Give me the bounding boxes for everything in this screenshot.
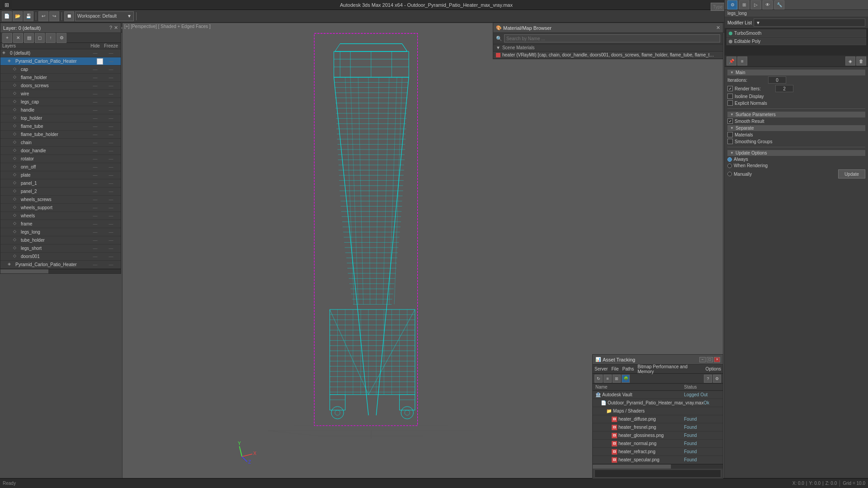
layer-item-flame-tube[interactable]: ◇ flame_tube — — <box>0 122 121 131</box>
isoline-checkbox[interactable] <box>727 94 733 99</box>
mb-search-input[interactable] <box>504 34 720 42</box>
layer-item-chain[interactable]: ◇ chain — — <box>0 139 121 147</box>
materials-checkbox[interactable] <box>727 132 733 137</box>
at-refresh-btn[interactable]: ↻ <box>594 375 603 383</box>
at-row-glossiness[interactable]: 🖼 heater_glossiness.png Found <box>593 432 723 440</box>
layer-item-rotator[interactable]: ◇ rotator — — <box>0 155 121 163</box>
layer-item-pyramid-main[interactable]: ◈ Pyramid_Carlon_Patio_Heater — <box>0 57 121 66</box>
make-unique-icon[interactable]: ◈ <box>845 56 855 66</box>
layer-item-tube-holder[interactable]: ◇ tube_holder — — <box>0 236 121 244</box>
layer-item-0-default[interactable]: ◈ 0 (default) — — <box>0 49 121 57</box>
layer-item-doors001[interactable]: ◇ doors001 — — <box>0 253 121 261</box>
layer-item-wire[interactable]: ◇ wire — — <box>0 90 121 98</box>
layer-add-obj-btn[interactable]: ▤ <box>24 33 34 43</box>
at-row-specular[interactable]: 🖼 heater_specular.png Found <box>593 456 723 464</box>
undo-btn[interactable]: ↩ <box>38 11 48 21</box>
layer-item-cap[interactable]: ◇ cap — — <box>0 66 121 74</box>
at-row-refract[interactable]: 🖼 heater_refract.png Found <box>593 448 723 456</box>
smooth-result-checkbox[interactable] <box>727 118 733 124</box>
layer-item-onn-off[interactable]: ◇ onn_off — — <box>0 163 121 171</box>
at-row-diffuse[interactable]: 🖼 heater_diffuse.png Found <box>593 415 723 423</box>
ts-separate-header[interactable]: Separate <box>727 125 865 131</box>
layer-move-btn[interactable]: ↑ <box>46 33 56 43</box>
at-menu-bitmap[interactable]: Bitmap Performance and Memory <box>637 364 702 374</box>
workspace-dropdown[interactable]: Workspace: Default ▼ <box>75 11 134 21</box>
display-icon[interactable]: 👁 <box>763 0 773 9</box>
iterations-input[interactable] <box>768 76 786 84</box>
layer-props-btn[interactable]: ⚙ <box>57 33 66 43</box>
new-file-btn[interactable]: 📄 <box>2 11 12 21</box>
layer-item-top-holder[interactable]: ◇ top_holder — — <box>0 114 121 122</box>
layer-item-legs-short[interactable]: ◇ legs_short — — <box>0 244 121 253</box>
layer-item-flame-holder[interactable]: ◇ flame_holder — — <box>0 74 121 82</box>
at-minimize-btn[interactable]: − <box>699 357 706 362</box>
ts-surface-header[interactable]: Surface Parameters <box>727 112 865 117</box>
mb-close-btn[interactable]: ✕ <box>716 25 720 31</box>
mb-heater-material[interactable]: heater (VRayMtl) [cap, chain, door_handl… <box>493 52 723 59</box>
layer-item-doors-screws[interactable]: ◇ doors_screws — — <box>0 82 121 90</box>
at-list-btn[interactable]: ≡ <box>604 375 612 383</box>
at-scrollbar[interactable] <box>593 464 723 469</box>
layers-help-btn[interactable]: ? <box>109 25 112 31</box>
at-row-fresnel[interactable]: 🖼 heater_fresnel.png Found <box>593 423 723 432</box>
layer-item-plate[interactable]: ◇ plate — — <box>0 171 121 179</box>
layer-item-pyramid-root[interactable]: ◈ Pyramid_Carlon_Patio_Heater — — <box>0 261 121 269</box>
pin-icon[interactable]: 📌 <box>726 56 736 66</box>
modifier-list-dropdown[interactable]: ▼ <box>754 19 865 27</box>
stack-config-icon[interactable]: ≡ <box>737 56 747 66</box>
at-tree-btn[interactable]: 🌳 <box>622 375 630 383</box>
ts-update-header[interactable]: Update Options <box>727 150 865 156</box>
at-row-autodesk-vault[interactable]: 🏦 Autodesk Vault Logged Out <box>593 391 723 399</box>
layer-item-frame[interactable]: ◇ frame — — <box>0 220 121 228</box>
at-row-normal[interactable]: 🖼 heater_normal.png Found <box>593 440 723 448</box>
at-menu-file[interactable]: File <box>611 366 618 371</box>
render-iters-input[interactable] <box>775 85 793 92</box>
modifier-editable-poly[interactable]: Editable Poly <box>726 38 866 45</box>
open-file-btn[interactable]: 📂 <box>13 11 23 21</box>
layer-scrollbar[interactable] <box>0 269 121 273</box>
utilities-icon[interactable]: 🔧 <box>774 0 784 9</box>
motion-icon[interactable]: ▷ <box>751 0 761 9</box>
layer-item-flame-tube-holder[interactable]: ◇ flame_tube_holder — — <box>0 131 121 139</box>
hierarchy-icon[interactable]: ⊞ <box>739 0 749 9</box>
render-setup-btn[interactable]: 🔲 <box>64 11 74 21</box>
layer-item-wheels[interactable]: ◇ wheels — — <box>0 212 121 220</box>
when-rendering-radio[interactable] <box>727 164 732 168</box>
explicit-normals-checkbox[interactable] <box>727 100 733 106</box>
layer-delete-btn[interactable]: ✕ <box>13 33 23 43</box>
at-grid-btn[interactable]: ⊞ <box>613 375 621 383</box>
layer-select-btn[interactable]: ◻ <box>35 33 45 43</box>
layer-item-wheels-screws[interactable]: ◇ wheels_screws — — <box>0 196 121 204</box>
at-input-bar[interactable] <box>594 469 721 478</box>
modifier-icon[interactable]: ⚙ <box>727 0 737 9</box>
layer-item-wheels-support[interactable]: ◇ wheels_support — — <box>0 204 121 212</box>
render-iters-checkbox[interactable] <box>727 86 733 91</box>
at-maximize-btn[interactable]: □ <box>707 357 713 362</box>
ts-main-header[interactable]: Main <box>727 70 865 75</box>
at-menu-options[interactable]: Options <box>706 366 721 371</box>
at-menu-paths[interactable]: Paths <box>623 366 634 371</box>
at-menu-server[interactable]: Server <box>594 366 608 371</box>
manually-radio[interactable] <box>727 172 732 176</box>
save-file-btn[interactable]: 💾 <box>24 11 33 21</box>
layer-item-handle[interactable]: ◇ handle — — <box>0 106 121 114</box>
layer-item-panel2[interactable]: ◇ panel_2 — — <box>0 188 121 196</box>
remove-modifier-icon[interactable]: 🗑 <box>856 56 866 66</box>
layer-item-door-handle[interactable]: ◇ door_handle — — <box>0 147 121 155</box>
layer-item-legs-cap[interactable]: ◇ legs_cap — — <box>0 98 121 106</box>
always-radio[interactable] <box>727 157 732 162</box>
at-settings-btn[interactable]: ⚙ <box>713 375 721 383</box>
layer-item-panel1[interactable]: ◇ panel_1 — — <box>0 179 121 188</box>
modifier-turbosmooth[interactable]: TurboSmooth <box>726 29 866 37</box>
object-name-field[interactable]: legs_long <box>725 10 868 17</box>
at-row-maps-folder[interactable]: 📁 Maps / Shaders <box>593 407 723 415</box>
at-row-max-file[interactable]: 📄 Outdoor_Pyramid_Patio_Heater_max_vray.… <box>593 399 723 407</box>
mb-scene-section[interactable]: ▼ Scene Materials <box>493 44 723 52</box>
at-close-btn[interactable]: ✕ <box>714 357 720 362</box>
layer-new-btn[interactable]: + <box>2 33 12 43</box>
update-button[interactable]: Update <box>838 169 865 178</box>
layer-item-legs-long[interactable]: ◇ legs_long — — <box>0 228 121 236</box>
redo-btn[interactable]: ↪ <box>49 11 59 21</box>
smoothing-groups-checkbox[interactable] <box>727 139 733 144</box>
layers-close-btn[interactable]: ✕ <box>114 25 118 31</box>
